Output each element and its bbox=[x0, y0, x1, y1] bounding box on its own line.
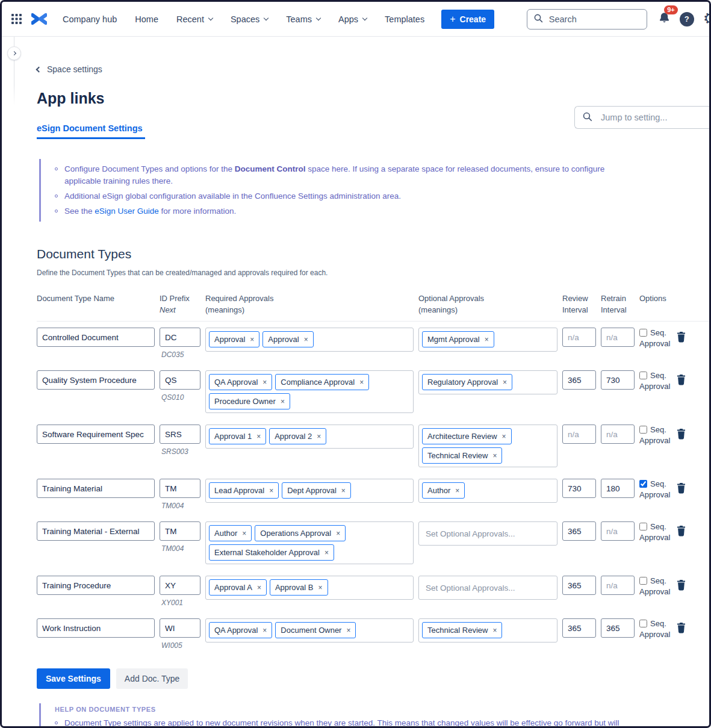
chip-remove-icon[interactable]: × bbox=[346, 627, 350, 634]
optional-approvals-box[interactable]: Regulatory Approval× bbox=[418, 370, 557, 394]
approval-chip[interactable]: QA Approval× bbox=[209, 622, 272, 638]
approval-chip[interactable]: Procedure Owner× bbox=[209, 393, 290, 409]
approval-chip[interactable]: QA Approval× bbox=[209, 374, 272, 390]
approval-chip[interactable]: Approval 1× bbox=[209, 428, 266, 444]
required-approvals-box[interactable]: Approval×Approval× bbox=[205, 328, 414, 352]
seq-approval-checkbox[interactable] bbox=[639, 372, 647, 379]
save-settings-button[interactable]: Save Settings bbox=[37, 668, 110, 689]
document-type-name-input[interactable] bbox=[37, 618, 155, 638]
optional-approvals-box[interactable]: Author× bbox=[418, 479, 557, 503]
approval-chip[interactable]: Author× bbox=[209, 525, 252, 541]
sidebar-expand-button[interactable] bbox=[7, 46, 21, 60]
approval-chip[interactable]: Approval B× bbox=[270, 579, 328, 596]
seq-approval-label[interactable]: Seq. Approval bbox=[639, 479, 672, 500]
document-type-name-input[interactable] bbox=[37, 576, 155, 595]
seq-approval-checkbox[interactable] bbox=[639, 523, 647, 530]
id-prefix-input[interactable] bbox=[160, 328, 200, 347]
review-interval-input[interactable] bbox=[562, 328, 596, 347]
chip-remove-icon[interactable]: × bbox=[262, 379, 267, 386]
gear-icon[interactable]: ⚙ bbox=[703, 11, 711, 27]
chip-remove-icon[interactable]: × bbox=[492, 452, 497, 459]
nav-item-home[interactable]: Home bbox=[135, 14, 158, 24]
chip-remove-icon[interactable]: × bbox=[318, 584, 322, 591]
approval-chip[interactable]: Author× bbox=[422, 482, 465, 499]
breadcrumb[interactable]: Space settings bbox=[37, 37, 102, 74]
review-interval-input[interactable] bbox=[562, 576, 596, 595]
retrain-interval-input[interactable] bbox=[601, 328, 635, 347]
chip-remove-icon[interactable]: × bbox=[324, 549, 329, 556]
nav-item-templates[interactable]: Templates bbox=[385, 14, 424, 24]
id-prefix-input[interactable] bbox=[160, 370, 200, 390]
confluence-logo-icon[interactable] bbox=[31, 13, 47, 26]
chip-remove-icon[interactable]: × bbox=[455, 487, 459, 494]
approval-chip[interactable]: Approval 2× bbox=[269, 428, 326, 444]
required-approvals-box[interactable]: Author×Operations Approval×External Stak… bbox=[205, 521, 414, 564]
add-doc-type-button[interactable]: Add Doc. Type bbox=[116, 668, 188, 689]
approval-chip[interactable]: Technical Review× bbox=[422, 622, 502, 638]
retrain-interval-input[interactable] bbox=[601, 425, 635, 444]
id-prefix-input[interactable] bbox=[160, 618, 200, 638]
document-type-name-input[interactable] bbox=[37, 328, 155, 347]
approval-chip[interactable]: Dept Approval× bbox=[282, 482, 351, 499]
chip-remove-icon[interactable]: × bbox=[257, 584, 261, 591]
chip-remove-icon[interactable]: × bbox=[492, 627, 497, 634]
chip-remove-icon[interactable]: × bbox=[262, 627, 267, 634]
trash-icon[interactable] bbox=[677, 526, 686, 539]
seq-approval-label[interactable]: Seq. Approval bbox=[639, 370, 672, 392]
seq-approval-label[interactable]: Seq. Approval bbox=[639, 521, 672, 543]
chip-remove-icon[interactable]: × bbox=[336, 530, 340, 537]
seq-approval-label[interactable]: Seq. Approval bbox=[639, 618, 672, 640]
trash-icon[interactable] bbox=[677, 623, 686, 636]
chip-remove-icon[interactable]: × bbox=[304, 336, 308, 343]
document-type-name-input[interactable] bbox=[37, 425, 155, 444]
trash-icon[interactable] bbox=[677, 483, 686, 496]
nav-item-spaces[interactable]: Spaces bbox=[231, 14, 268, 24]
seq-approval-checkbox[interactable] bbox=[639, 426, 647, 434]
retrain-interval-input[interactable] bbox=[601, 521, 635, 541]
optional-approvals-box[interactable]: Mgmt Approval× bbox=[418, 328, 557, 352]
retrain-interval-input[interactable] bbox=[601, 370, 635, 390]
notifications-bell-icon[interactable]: 9+ bbox=[658, 11, 671, 27]
approval-chip[interactable]: Regulatory Approval× bbox=[422, 374, 512, 390]
document-type-name-input[interactable] bbox=[37, 479, 155, 498]
review-interval-input[interactable] bbox=[562, 425, 596, 444]
required-approvals-box[interactable]: QA Approval×Compliance Approval×Procedur… bbox=[205, 370, 414, 413]
chip-remove-icon[interactable]: × bbox=[269, 487, 273, 494]
approval-chip[interactable]: External Stakeholder Approval× bbox=[209, 544, 334, 561]
chip-remove-icon[interactable]: × bbox=[503, 379, 507, 386]
nav-item-apps[interactable]: Apps bbox=[338, 14, 367, 24]
app-switcher-icon[interactable] bbox=[11, 14, 22, 24]
id-prefix-input[interactable] bbox=[160, 425, 200, 444]
nav-item-company-hub[interactable]: Company hub bbox=[63, 14, 117, 24]
optional-approvals-box[interactable]: Set Optional Approvals... bbox=[418, 576, 557, 600]
chip-remove-icon[interactable]: × bbox=[281, 398, 285, 405]
chip-remove-icon[interactable]: × bbox=[502, 433, 506, 440]
trash-icon[interactable] bbox=[677, 580, 686, 593]
create-button[interactable]: + Create bbox=[441, 10, 494, 29]
help-icon[interactable]: ? bbox=[680, 12, 694, 26]
seq-approval-label[interactable]: Seq. Approval bbox=[639, 425, 672, 446]
seq-approval-checkbox[interactable] bbox=[639, 620, 647, 627]
chip-remove-icon[interactable]: × bbox=[485, 336, 489, 343]
approval-chip[interactable]: Architecture Review× bbox=[422, 428, 512, 444]
chip-remove-icon[interactable]: × bbox=[250, 336, 254, 343]
tab-esign-document-settings[interactable]: eSign Document Settings bbox=[37, 123, 145, 139]
approval-chip[interactable]: Mgmt Approval× bbox=[422, 331, 494, 347]
chip-remove-icon[interactable]: × bbox=[242, 530, 246, 537]
optional-approvals-box[interactable]: Set Optional Approvals... bbox=[418, 521, 557, 546]
seq-approval-label[interactable]: Seq. Approval bbox=[639, 576, 672, 597]
chip-remove-icon[interactable]: × bbox=[317, 433, 321, 440]
chip-remove-icon[interactable]: × bbox=[341, 487, 346, 494]
required-approvals-box[interactable]: Approval 1×Approval 2× bbox=[205, 425, 414, 449]
approval-chip[interactable]: Technical Review× bbox=[422, 447, 502, 464]
required-approvals-box[interactable]: Approval A×Approval B× bbox=[205, 576, 414, 600]
retrain-interval-input[interactable] bbox=[601, 618, 635, 638]
optional-approvals-box[interactable]: Technical Review× bbox=[418, 618, 557, 642]
chip-remove-icon[interactable]: × bbox=[256, 433, 261, 440]
approval-chip[interactable]: Operations Approval× bbox=[255, 525, 346, 541]
approval-chip[interactable]: Lead Approval× bbox=[209, 482, 279, 499]
retrain-interval-input[interactable] bbox=[601, 576, 635, 595]
approval-chip[interactable]: Approval× bbox=[209, 331, 259, 347]
approval-chip[interactable]: Approval× bbox=[262, 331, 313, 347]
nav-item-teams[interactable]: Teams bbox=[286, 14, 320, 24]
